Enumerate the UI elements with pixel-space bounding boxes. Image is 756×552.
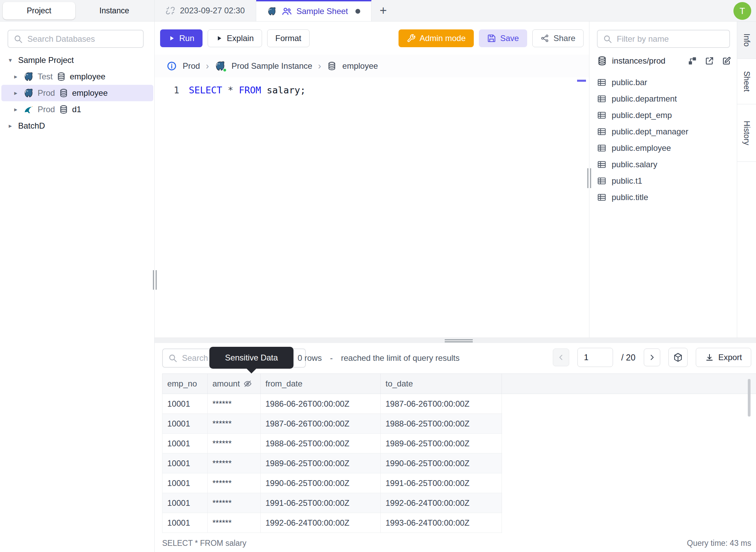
cell[interactable]: 1988-06-25T00:00:00Z bbox=[381, 414, 502, 433]
filter-by-name-input[interactable] bbox=[617, 34, 724, 44]
table-list-item[interactable]: public.dept_manager bbox=[597, 123, 733, 140]
cell[interactable]: 1986-06-26T00:00:00Z bbox=[261, 394, 381, 413]
cell[interactable]: ****** bbox=[208, 414, 261, 433]
cell[interactable]: ****** bbox=[208, 454, 261, 473]
cell[interactable]: 1989-06-25T00:00:00Z bbox=[381, 434, 502, 453]
table-list-item[interactable]: public.bar bbox=[597, 74, 733, 91]
cell[interactable]: ****** bbox=[208, 513, 261, 533]
search-databases-input[interactable] bbox=[27, 34, 138, 44]
page-number-input[interactable] bbox=[577, 348, 613, 367]
schema-panel-resize-handle[interactable] bbox=[587, 168, 591, 188]
caret-down-icon[interactable]: ▾ bbox=[6, 56, 14, 64]
cell[interactable]: 10001 bbox=[162, 513, 208, 533]
unlink-icon bbox=[166, 6, 175, 15]
explain-button[interactable]: Explain bbox=[208, 29, 262, 47]
save-button[interactable]: Save bbox=[479, 29, 527, 47]
cell[interactable]: ****** bbox=[208, 394, 261, 413]
tab-instance[interactable]: Instance bbox=[76, 0, 153, 21]
table-row: 10001******1992-06-24T00:00:00Z1993-06-2… bbox=[162, 513, 502, 533]
panel-divider bbox=[155, 338, 756, 343]
cell[interactable]: 1990-06-25T00:00:00Z bbox=[381, 454, 502, 473]
play-icon bbox=[216, 35, 223, 42]
cell[interactable]: ****** bbox=[208, 434, 261, 453]
cell[interactable]: 10001 bbox=[162, 493, 208, 513]
caret-right-icon[interactable]: ▸ bbox=[12, 89, 20, 97]
column-header-from-date[interactable]: from_date bbox=[261, 374, 381, 394]
table-list-item[interactable]: public.t1 bbox=[597, 173, 733, 189]
export-button[interactable]: Export bbox=[696, 348, 751, 367]
edit-icon[interactable] bbox=[722, 56, 731, 66]
cell[interactable]: 10001 bbox=[162, 414, 208, 433]
avatar[interactable]: T bbox=[733, 2, 751, 20]
admin-mode-button[interactable]: Admin mode bbox=[399, 29, 474, 47]
cell[interactable]: 10001 bbox=[162, 473, 208, 493]
cell[interactable]: 1992-06-24T00:00:00Z bbox=[261, 513, 381, 533]
schema-diagram-icon[interactable] bbox=[688, 56, 697, 66]
play-icon bbox=[168, 35, 175, 42]
tree-item-prod-employee[interactable]: ▸ Prod employee bbox=[1, 85, 153, 101]
table-list-item[interactable]: public.dept_emp bbox=[597, 107, 733, 123]
visualize-button[interactable] bbox=[668, 348, 688, 367]
table-list-item[interactable]: public.department bbox=[597, 91, 733, 107]
caret-right-icon[interactable]: ▸ bbox=[12, 73, 20, 80]
column-header-amount[interactable]: amount bbox=[208, 374, 261, 394]
external-link-icon[interactable] bbox=[705, 56, 714, 66]
sql-editor[interactable]: 1 SELECT * FROM salary; bbox=[155, 77, 589, 338]
cell[interactable]: ****** bbox=[208, 493, 261, 513]
cell[interactable]: 1989-06-25T00:00:00Z bbox=[261, 454, 381, 473]
tree-project-label: BatchD bbox=[18, 121, 45, 131]
side-tab-strip: Info Sheet History bbox=[737, 22, 756, 338]
cell[interactable]: 1991-06-25T00:00:00Z bbox=[381, 473, 502, 493]
run-button[interactable]: Run bbox=[160, 29, 203, 47]
cell[interactable]: 1988-06-25T00:00:00Z bbox=[261, 434, 381, 453]
share-label: Share bbox=[553, 34, 575, 43]
table-icon bbox=[597, 110, 607, 120]
filter-box bbox=[597, 30, 730, 48]
breadcrumb-environment[interactable]: Prod bbox=[183, 61, 200, 71]
table-list-item[interactable]: public.employee bbox=[597, 140, 733, 156]
results-table-header: emp_no amount from_date to_date bbox=[162, 373, 756, 394]
tab-info[interactable]: Info bbox=[737, 22, 756, 59]
table-list-item[interactable]: public.title bbox=[597, 189, 733, 206]
cell[interactable]: 1990-06-25T00:00:00Z bbox=[261, 473, 381, 493]
new-tab-button[interactable]: + bbox=[372, 0, 395, 21]
cell[interactable]: 1992-06-24T00:00:00Z bbox=[381, 493, 502, 513]
cell[interactable]: 1993-06-24T00:00:00Z bbox=[381, 513, 502, 533]
column-header-to-date[interactable]: to_date bbox=[381, 374, 502, 394]
divider-drag-handle[interactable] bbox=[445, 339, 473, 342]
sheet-tab-sample-sheet[interactable]: Sample Sheet bbox=[256, 0, 372, 21]
tree-item-prod-d1[interactable]: ▸ Prod d1 bbox=[0, 101, 155, 118]
caret-right-icon[interactable]: ▸ bbox=[12, 106, 20, 113]
sheet-tab-history[interactable]: 2023-09-27 02:30 bbox=[155, 0, 256, 21]
tab-project[interactable]: Project bbox=[3, 2, 75, 19]
info-icon[interactable] bbox=[167, 61, 177, 71]
cell[interactable]: 10001 bbox=[162, 454, 208, 473]
cell[interactable]: 1987-06-26T00:00:00Z bbox=[261, 414, 381, 433]
summary-separator: - bbox=[330, 353, 333, 363]
database-icon bbox=[59, 88, 68, 98]
results-scrollbar[interactable] bbox=[748, 379, 751, 417]
tab-history[interactable]: History bbox=[737, 104, 756, 162]
tab-sheet[interactable]: Sheet bbox=[737, 59, 756, 104]
prev-page-button[interactable] bbox=[553, 349, 569, 366]
cell[interactable]: ****** bbox=[208, 473, 261, 493]
cell[interactable]: 1991-06-25T00:00:00Z bbox=[261, 493, 381, 513]
format-button[interactable]: Format bbox=[267, 29, 310, 47]
cell[interactable]: 1987-06-26T00:00:00Z bbox=[381, 394, 502, 413]
table-list-item[interactable]: public.salary bbox=[597, 156, 733, 173]
tree-item-batchd[interactable]: ▸ BatchD bbox=[0, 118, 155, 134]
sheet-tabbar: 2023-09-27 02:30 Sample Sheet + T bbox=[155, 0, 756, 22]
caret-right-icon[interactable]: ▸ bbox=[6, 122, 14, 130]
next-page-button[interactable] bbox=[644, 349, 660, 366]
cell[interactable]: 10001 bbox=[162, 394, 208, 413]
column-header-emp-no[interactable]: emp_no bbox=[162, 374, 208, 394]
save-icon bbox=[487, 34, 496, 43]
breadcrumb-instance[interactable]: Prod Sample Instance bbox=[232, 61, 312, 71]
sidebar-resize-handle[interactable] bbox=[153, 270, 157, 290]
tree-item-test-employee[interactable]: ▸ Test employee bbox=[0, 68, 155, 85]
tree-item-sample-project[interactable]: ▾ Sample Project bbox=[0, 52, 155, 68]
share-button[interactable]: Share bbox=[532, 29, 584, 47]
breadcrumb-database[interactable]: employee bbox=[342, 61, 378, 71]
cell[interactable]: 10001 bbox=[162, 434, 208, 453]
sidebar-tab-switcher: Project Instance bbox=[0, 0, 154, 22]
